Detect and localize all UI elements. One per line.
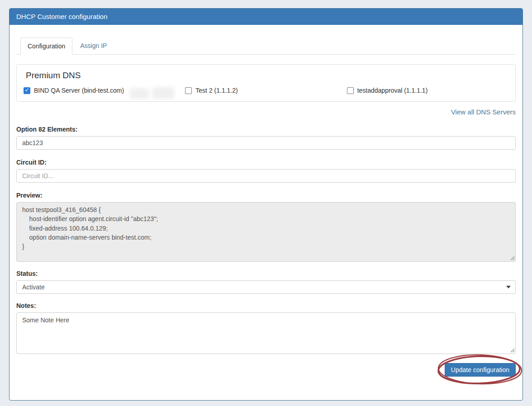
form-footer: Update configuration <box>16 363 516 377</box>
preview-group: Preview: host testpool3_416_60458 { host… <box>16 192 516 262</box>
dns-server-label: testaddapproval (1.1.1.1) <box>357 87 428 94</box>
dns-link-row: View all DNS Servers <box>16 108 516 116</box>
circuit-id-group: Circuit ID: <box>16 159 516 183</box>
tab-bar: Configuration Assign IP <box>16 38 516 55</box>
premium-dns-section: Premium DNS BIND QA Server (bind-test.co… <box>16 64 516 102</box>
checkbox-unchecked-icon[interactable] <box>347 87 354 94</box>
dns-checkbox-bind-qa-server[interactable]: BIND QA Server (bind-test.com) <box>24 87 124 94</box>
dns-server-label: BIND QA Server (bind-test.com) <box>34 87 124 94</box>
redaction-smudge <box>152 87 174 99</box>
dns-server-option: testaddapproval (1.1.1.1) <box>347 87 508 94</box>
tab-assign-ip[interactable]: Assign IP <box>73 38 114 55</box>
redaction-smudge <box>130 88 149 99</box>
status-select[interactable]: Activate <box>16 280 516 294</box>
dns-checkbox-test2[interactable]: Test 2 (1.1.1.2) <box>185 87 238 94</box>
checkbox-unchecked-icon[interactable] <box>185 87 192 94</box>
dhcp-config-panel: DHCP Customer configuration Configuratio… <box>9 8 523 401</box>
panel-title: DHCP Customer configuration <box>10 9 522 25</box>
dns-server-option: Test 2 (1.1.1.2) <box>185 87 347 94</box>
status-label: Status: <box>16 270 516 277</box>
checkbox-checked-icon[interactable] <box>24 87 30 94</box>
preview-textarea[interactable]: host testpool3_416_60458 { host-identifi… <box>16 202 516 262</box>
notes-group: Notes: Some Note Here <box>16 302 516 354</box>
premium-dns-heading: Premium DNS <box>24 71 508 80</box>
resize-grip-icon[interactable] <box>510 255 515 260</box>
option82-label: Option 82 Elements: <box>16 126 516 133</box>
circuit-id-input[interactable] <box>16 169 516 183</box>
panel-body: Configuration Assign IP Premium DNS BIND… <box>10 25 522 377</box>
notes-textarea[interactable]: Some Note Here <box>16 312 516 354</box>
dns-checkbox-testaddapproval[interactable]: testaddapproval (1.1.1.1) <box>347 87 428 94</box>
dns-server-label: Test 2 (1.1.1.2) <box>195 87 238 94</box>
resize-grip-icon[interactable] <box>510 348 515 353</box>
tab-configuration[interactable]: Configuration <box>20 38 72 55</box>
notes-label: Notes: <box>16 302 516 309</box>
view-all-dns-servers-link[interactable]: View all DNS Servers <box>451 108 516 116</box>
preview-label: Preview: <box>16 192 516 199</box>
update-configuration-button[interactable]: Update configuration <box>445 363 516 377</box>
circuit-id-label: Circuit ID: <box>16 159 516 166</box>
option82-input[interactable] <box>16 136 516 150</box>
status-group: Status: Activate <box>16 270 516 294</box>
dns-server-row: BIND QA Server (bind-test.com) Test 2 (1… <box>24 87 508 94</box>
dhcp-form: Option 82 Elements: Circuit ID: Preview:… <box>16 126 516 377</box>
option82-group: Option 82 Elements: <box>16 126 516 150</box>
